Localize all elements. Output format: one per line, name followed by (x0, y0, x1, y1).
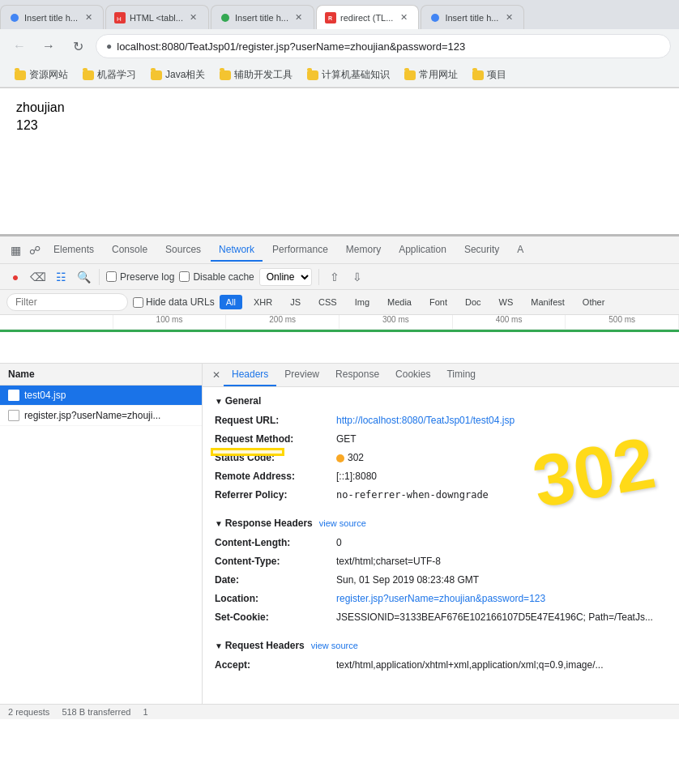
sub-tab-timing[interactable]: Timing (438, 364, 484, 386)
filter-type-doc[interactable]: Doc (459, 295, 488, 309)
bookmark-label-3: 辅助开发工具 (234, 68, 293, 82)
transferred-size: 518 B transferred (62, 707, 130, 717)
back-button[interactable]: ← (8, 35, 31, 58)
devtools-select-icon[interactable]: ▦ (6, 241, 24, 259)
referrer-policy-row: Referrer Policy: no-referrer-when-downgr… (215, 488, 667, 502)
tick-0 (0, 315, 113, 329)
tab-close-5[interactable]: ✕ (502, 11, 515, 24)
sub-tab-close[interactable]: ✕ (209, 366, 224, 384)
devtools-tab-elements[interactable]: Elements (45, 239, 102, 262)
tick-3: 300 ms (340, 315, 453, 329)
bookmark-folder-icon-1 (83, 70, 94, 80)
bookmark-3[interactable]: 辅助开发工具 (213, 66, 299, 84)
bookmark-folder-icon-3 (220, 70, 231, 80)
file-icon-0: ■ (8, 390, 19, 401)
clear-button[interactable]: ⌫ (29, 268, 47, 286)
file-icon-1 (8, 410, 19, 421)
hide-data-urls-checkbox[interactable] (133, 297, 143, 308)
tab-1[interactable]: Insert title h... ✕ (0, 5, 104, 29)
bookmark-folder-icon-5 (404, 70, 416, 80)
refresh-button[interactable]: ↻ (66, 35, 89, 58)
referrer-policy-key: Referrer Policy: (215, 488, 336, 502)
filter-type-js[interactable]: JS (284, 295, 307, 309)
tab-close-3[interactable]: ✕ (293, 11, 305, 24)
view-source-response[interactable]: view source (319, 518, 366, 528)
url-bar[interactable]: ● localhost:8080/TeatJsp01/register.jsp?… (96, 34, 671, 58)
file-item-1[interactable]: register.jsp?userName=zhouji... (0, 406, 202, 426)
devtools-tab-sources[interactable]: Sources (157, 239, 209, 262)
filter-type-img[interactable]: Img (348, 295, 376, 309)
date-key: Date: (215, 573, 336, 587)
filter-input[interactable] (6, 293, 128, 311)
sub-tab-preview[interactable]: Preview (276, 364, 327, 386)
bookmark-5[interactable]: 常用网址 (398, 66, 464, 84)
tab-favicon-1 (9, 12, 20, 23)
timeline-bar (0, 330, 679, 332)
preserve-log-checkbox[interactable] (106, 271, 117, 282)
devtools-tab-console[interactable]: Console (104, 239, 156, 262)
request-method-key: Request Method: (215, 432, 336, 446)
bookmark-folder-icon-6 (472, 70, 484, 80)
tab-close-1[interactable]: ✕ (82, 11, 95, 24)
sub-tab-response[interactable]: Response (327, 364, 387, 386)
bookmark-2[interactable]: Java相关 (144, 66, 211, 84)
disable-cache-checkbox[interactable] (179, 271, 190, 282)
sub-tab-cookies[interactable]: Cookies (387, 364, 438, 386)
search-button[interactable]: 🔍 (75, 268, 92, 286)
svg-text:H: H (117, 15, 122, 22)
bookmark-label-5: 常用网址 (419, 68, 458, 82)
tab-3[interactable]: Insert title h... ✕ (211, 5, 314, 29)
filter-type-other[interactable]: Other (576, 295, 612, 309)
filter-type-all[interactable]: All (220, 295, 242, 309)
tab-4[interactable]: R redirect (TL... ✕ (316, 5, 419, 29)
filter-type-xhr[interactable]: XHR (247, 295, 279, 309)
bookmark-0[interactable]: 资源网站 (8, 66, 75, 84)
filter-icon-button[interactable]: ☷ (52, 268, 70, 286)
bookmark-6[interactable]: 项目 (466, 66, 513, 84)
filter-type-ws[interactable]: WS (493, 295, 520, 309)
devtools-tab-memory[interactable]: Memory (338, 239, 389, 262)
accept-key: Accept: (215, 658, 336, 672)
accept-row: Accept: text/html,application/xhtml+xml,… (215, 658, 667, 672)
disable-cache-label[interactable]: Disable cache (179, 271, 254, 283)
bookmark-label-0: 资源网站 (29, 68, 68, 82)
export-button[interactable]: ⇩ (348, 268, 366, 286)
bookmark-1[interactable]: 机器学习 (76, 66, 143, 84)
tab-title-5: Insert title h... (445, 13, 498, 23)
view-source-request[interactable]: view source (311, 641, 358, 650)
general-section-title: General (215, 395, 667, 407)
import-button[interactable]: ⇧ (326, 268, 344, 286)
content-type-row: Content-Type: text/html;charset=UTF-8 (215, 554, 667, 569)
tab-title-3: Insert title h... (235, 13, 288, 23)
location-row: Location: register.jsp?userName=zhoujian… (215, 591, 667, 606)
set-cookie-row: Set-Cookie: JSESSIONID=3133BEAF676E10216… (215, 610, 667, 624)
set-cookie-key: Set-Cookie: (215, 610, 336, 624)
tab-close-2[interactable]: ✕ (187, 11, 200, 24)
tick-2: 200 ms (226, 315, 340, 329)
tab-2[interactable]: H HTML <tabl... ✕ (105, 5, 209, 29)
tick-1: 100 ms (113, 315, 227, 329)
sub-tab-headers[interactable]: Headers (224, 364, 276, 386)
devtools-tab-performance[interactable]: Performance (264, 239, 336, 262)
tab-title-2: HTML <tabl... (130, 13, 183, 23)
record-button[interactable]: ● (6, 268, 24, 286)
throttle-select[interactable]: Online (259, 268, 312, 286)
request-url-value[interactable]: http://localhost:8080/TeatJsp01/test04.j… (336, 413, 515, 428)
preserve-log-label[interactable]: Preserve log (106, 271, 174, 283)
filter-type-media[interactable]: Media (381, 295, 418, 309)
devtools-tab-more[interactable]: A (509, 239, 532, 262)
tab-5[interactable]: Insert title h... ✕ (421, 5, 524, 29)
file-item-0[interactable]: ■ test04.jsp (0, 386, 202, 406)
tab-close-4[interactable]: ✕ (397, 11, 410, 24)
devtools-device-icon[interactable]: ☍ (26, 241, 44, 259)
filter-type-manifest[interactable]: Manifest (524, 295, 571, 309)
filter-type-font[interactable]: Font (423, 295, 454, 309)
filter-type-css[interactable]: CSS (312, 295, 344, 309)
hide-data-urls-label[interactable]: Hide data URLs (133, 296, 215, 308)
content-length-row: Content-Length: 0 (215, 535, 667, 550)
devtools-tab-network[interactable]: Network (211, 239, 263, 262)
devtools-tab-application[interactable]: Application (391, 239, 455, 262)
devtools-tab-security[interactable]: Security (456, 239, 507, 262)
forward-button[interactable]: → (37, 35, 60, 58)
bookmark-4[interactable]: 计算机基础知识 (301, 66, 396, 84)
